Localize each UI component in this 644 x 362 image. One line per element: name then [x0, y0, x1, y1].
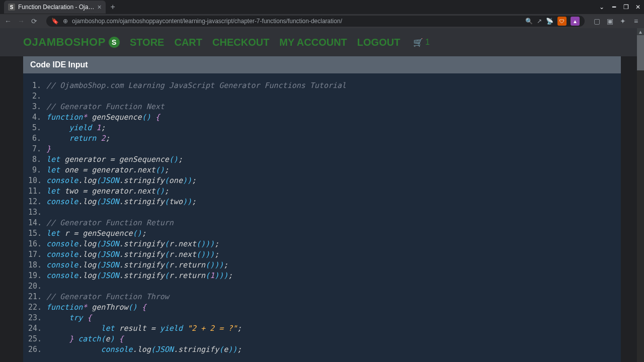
line-number: 6.	[28, 133, 46, 144]
code-line: 26. console.log(JSON.stringify(e));	[28, 344, 616, 355]
browser-tab[interactable]: S Function Declaration - Oja… ×	[4, 1, 106, 14]
code-text: console.log(JSON.stringify(one));	[46, 175, 196, 186]
address-bar[interactable]: 🔖 ⊕ ojamboshop.com/ojamboshoppaycontent/…	[46, 16, 585, 27]
back-button[interactable]: ←	[3, 16, 13, 26]
code-text: return 2;	[46, 133, 110, 144]
code-text: console.log(JSON.stringify(r.return()));	[46, 260, 228, 270]
code-line: 2.	[28, 91, 616, 102]
line-number: 3.	[28, 102, 46, 112]
line-number: 18.	[28, 260, 46, 270]
bookmark-icon[interactable]: 🔖	[51, 18, 59, 25]
nav-cart[interactable]: CART	[174, 37, 202, 48]
window-controls: ⌄ ━ ❐ ✕	[596, 0, 644, 14]
scroll-up-icon[interactable]: ▲	[637, 28, 644, 35]
line-number: 17.	[28, 249, 46, 260]
line-number: 9.	[28, 165, 46, 175]
site-header: OJAMBOSHOP S STORE CART CHECKOUT MY ACCO…	[0, 28, 644, 56]
code-text: }	[46, 144, 51, 154]
code-editor[interactable]: 1.// OjamboShop.com Learning JavaScript …	[23, 73, 621, 362]
panel-title: Code IDE Input	[23, 56, 621, 73]
line-number: 19.	[28, 270, 46, 281]
code-text: console.log(JSON.stringify(e));	[46, 344, 242, 355]
line-number: 16.	[28, 239, 46, 249]
code-line: 19.console.log(JSON.stringify(r.return(1…	[28, 270, 616, 281]
tab-close-icon[interactable]: ×	[97, 3, 101, 11]
nav-account[interactable]: MY ACCOUNT	[279, 37, 347, 48]
maximize-icon[interactable]: ❐	[620, 0, 632, 14]
code-text: // Generator Function Throw	[46, 292, 169, 302]
code-text: function* genSequence() {	[46, 112, 160, 123]
code-line: 20.	[28, 281, 616, 292]
line-number: 13.	[28, 207, 46, 218]
extension-icon[interactable]: ▲	[571, 17, 580, 26]
cart-icon: 🛒	[413, 38, 423, 47]
dropdown-icon[interactable]: ⌄	[596, 0, 608, 14]
code-line: 1.// OjamboShop.com Learning JavaScript …	[28, 80, 616, 91]
nav-store[interactable]: STORE	[130, 37, 165, 48]
page-content: OJAMBOSHOP S STORE CART CHECKOUT MY ACCO…	[0, 28, 644, 362]
code-text: function* genThrow() {	[46, 302, 146, 313]
line-number: 14.	[28, 218, 46, 228]
code-line: 8.let generator = genSequence();	[28, 154, 616, 165]
code-line: 14.// Generator Function Return	[28, 218, 616, 228]
line-number: 20.	[28, 281, 46, 292]
page-scrollbar[interactable]: ▲	[637, 28, 644, 362]
code-text: } catch(e) {	[46, 334, 124, 344]
code-line: 18.console.log(JSON.stringify(r.return()…	[28, 260, 616, 270]
line-number: 7.	[28, 144, 46, 154]
code-line: 9.let one = generator.next();	[28, 165, 616, 175]
scroll-thumb[interactable]	[637, 35, 644, 70]
new-tab-button[interactable]: +	[111, 3, 115, 12]
code-text: console.log(JSON.stringify(two));	[46, 197, 196, 207]
minimize-icon[interactable]: ━	[608, 0, 620, 14]
toolbar-right-icons: ▢ ▣ ✦ ≡	[592, 16, 641, 26]
tab-title: Function Declaration - Oja…	[18, 4, 94, 11]
line-number: 2.	[28, 91, 46, 102]
brave-shield-icon[interactable]: 🛡	[557, 17, 567, 26]
code-text: let r = genSequence();	[46, 228, 146, 239]
wallet-icon[interactable]: ▣	[605, 16, 615, 26]
browser-toolbar: ← → ⟳ 🔖 ⊕ ojamboshop.com/ojamboshoppayco…	[0, 14, 644, 28]
line-number: 1.	[28, 80, 46, 91]
site-info-icon[interactable]: ⊕	[63, 18, 68, 25]
nav-checkout[interactable]: CHECKOUT	[212, 37, 269, 48]
line-number: 26.	[28, 344, 46, 355]
cart-button[interactable]: 🛒 1	[413, 38, 430, 47]
code-line: 6. return 2;	[28, 133, 616, 144]
code-text: let result = yield "2 + 2 = ?";	[46, 323, 242, 334]
share-icon[interactable]: ↗	[537, 18, 542, 25]
code-line: 23. try {	[28, 313, 616, 323]
code-line: 7.}	[28, 144, 616, 154]
zoom-icon[interactable]: 🔍	[525, 18, 533, 25]
line-number: 10.	[28, 175, 46, 186]
sidebar-icon[interactable]: ▢	[592, 16, 602, 26]
line-number: 8.	[28, 154, 46, 165]
line-number: 15.	[28, 228, 46, 239]
line-number: 25.	[28, 334, 46, 344]
nav-logout[interactable]: LOGOUT	[357, 37, 400, 48]
site-logo[interactable]: OJAMBOSHOP S	[23, 36, 120, 49]
code-text: // Generator Function Next	[46, 102, 165, 112]
code-panel: Code IDE Input 1.// OjamboShop.com Learn…	[23, 56, 621, 362]
close-icon[interactable]: ✕	[632, 0, 644, 14]
code-line: 13.	[28, 207, 616, 218]
url-text: ojamboshop.com/ojamboshoppaycontent/lear…	[72, 18, 342, 25]
reload-button[interactable]: ⟳	[29, 16, 39, 26]
code-line: 10.console.log(JSON.stringify(one));	[28, 175, 616, 186]
rss-icon[interactable]: 📡	[546, 18, 553, 25]
forward-button[interactable]: →	[16, 16, 26, 26]
code-text: console.log(JSON.stringify(r.next()));	[46, 239, 219, 249]
line-number: 24.	[28, 323, 46, 334]
menu-icon[interactable]: ≡	[631, 16, 641, 26]
code-line: 24. let result = yield "2 + 2 = ?";	[28, 323, 616, 334]
logo-badge: S	[109, 37, 120, 48]
code-line: 17.console.log(JSON.stringify(r.next()))…	[28, 249, 616, 260]
code-text: let generator = genSequence();	[46, 154, 183, 165]
line-number: 12.	[28, 197, 46, 207]
code-line: 16.console.log(JSON.stringify(r.next()))…	[28, 239, 616, 249]
code-line: 21.// Generator Function Throw	[28, 292, 616, 302]
code-text: console.log(JSON.stringify(r.next()));	[46, 249, 219, 260]
cart-count: 1	[425, 38, 430, 47]
sparkle-icon[interactable]: ✦	[618, 16, 628, 26]
code-line: 4.function* genSequence() {	[28, 112, 616, 123]
